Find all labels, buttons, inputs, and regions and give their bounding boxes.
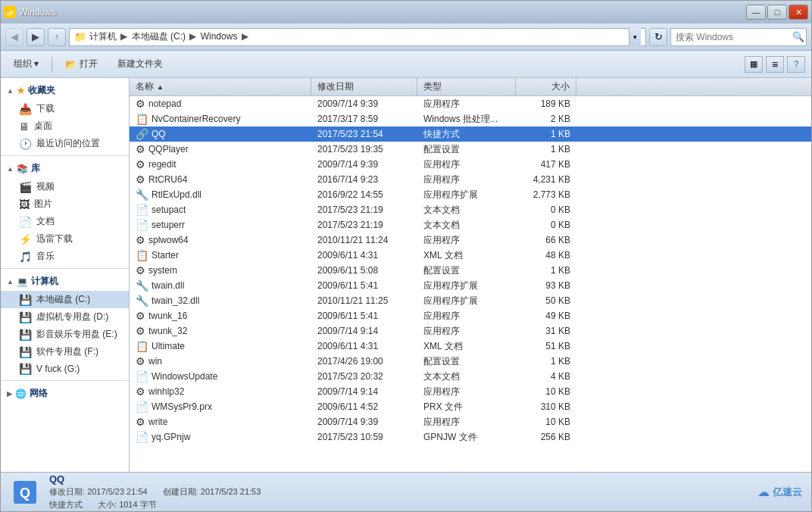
table-row[interactable]: 📋 Ultimate 2009/6/11 4:31 XML 文档 51 KB [130,339,811,354]
refresh-button[interactable]: ↻ [649,28,667,46]
table-row[interactable]: ⚙ system 2009/6/11 5:08 配置设置 1 KB [130,263,811,278]
file-date-cell: 2017/5/23 20:32 [311,369,417,384]
toolbar-right: ▦ ≡ ? [745,56,805,73]
sidebar-item-vfuck-g[interactable]: 💾 V fuck (G:) [1,361,129,377]
address-folder-icon: 📁 [74,31,86,42]
sidebar-item-media-e[interactable]: 💾 影音娱乐专用盘 (E:) [1,326,129,343]
file-name-cell: 📋 Ultimate [130,339,311,354]
file-name-cell: ⚙ QQPlayer [130,142,311,157]
sidebar-header-computer[interactable]: ▲ 💻 计算机 [1,272,129,291]
sidebar-item-image[interactable]: 🖼 图片 [1,195,129,213]
close-button[interactable]: ✕ [789,5,808,20]
table-row[interactable]: 📄 setuperr 2017/5/23 21:19 文本文档 0 KB [130,217,811,233]
help-button[interactable]: ? [787,56,805,73]
table-row[interactable]: ⚙ splwow64 2010/11/21 11:24 应用程序 66 KB [130,233,811,248]
file-size-cell: 50 KB [516,293,576,308]
file-date-cell: 2017/5/23 19:35 [311,142,417,157]
breadcrumb-c-drive[interactable]: 本地磁盘 (C:) [132,31,186,42]
breadcrumb-computer[interactable]: 计算机 [89,31,117,42]
sidebar-item-soft-f[interactable]: 💾 软件专用盘 (F:) [1,343,129,361]
organize-button[interactable]: 组织 ▾ [7,54,45,74]
search-input[interactable] [676,32,789,42]
address-dropdown-button[interactable]: ▾ [629,28,641,46]
status-type: 快捷方式 [49,499,83,510]
title-bar-buttons: — □ ✕ [746,5,808,20]
up-button[interactable]: ↑ [48,28,66,46]
file-icon: ⚙ [136,98,145,110]
table-row[interactable]: 📄 WindowsUpdate 2017/5/23 20:32 文本文档 4 K… [130,369,811,384]
file-size-cell: 10 KB [516,414,576,429]
table-row[interactable]: ⚙ regedit 2009/7/14 9:39 应用程序 417 KB [130,157,811,172]
file-list-scroll[interactable]: ⚙ notepad 2009/7/14 9:39 应用程序 189 KB 📋 N… [130,96,811,472]
sidebar-header-network[interactable]: ▶ 🌐 网络 [1,384,129,403]
file-name-cell: ⚙ winhlp32 [130,384,311,399]
file-icon: 📄 [136,401,148,413]
file-type-cell: 应用程序 [417,233,516,248]
yisu-logo: 亿速云 [773,485,802,499]
table-row[interactable]: 📄 WMSysPr9.prx 2009/6/11 4:52 PRX 文件 310… [130,399,811,414]
view-button[interactable]: ▦ [745,56,763,73]
sidebar-item-music[interactable]: 🎵 音乐 [1,248,129,265]
col-header-name[interactable]: 名称 ▲ [130,78,311,95]
col-header-date[interactable]: 修改日期 [311,78,417,95]
maximize-button[interactable]: □ [767,5,787,20]
table-row[interactable]: 🔗 QQ 2017/5/23 21:54 快捷方式 1 KB [130,126,811,142]
table-row[interactable]: 📄 yq.GPnjw 2017/5/23 10:59 GPNJW 文件 256 … [130,429,811,445]
table-row[interactable]: 📄 setupact 2017/5/23 21:19 文本文档 0 KB [130,202,811,217]
sidebar-item-desktop[interactable]: 🖥 桌面 [1,117,129,135]
minimize-button[interactable]: — [746,5,766,20]
sidebar-item-vm-d[interactable]: 💾 虚拟机专用盘 (D:) [1,308,129,326]
table-row[interactable]: 🔧 RtlExUpd.dll 2016/9/22 14:55 应用程序扩展 2,… [130,187,811,202]
sidebar-item-recent[interactable]: 🕐 最近访问的位置 [1,135,129,152]
view-details-button[interactable]: ≡ [766,56,784,73]
new-folder-button[interactable]: 新建文件夹 [111,54,170,74]
file-list-container: ⚙ notepad 2009/7/14 9:39 应用程序 189 KB 📋 N… [130,96,811,445]
table-row[interactable]: ⚙ QQPlayer 2017/5/23 19:35 配置设置 1 KB [130,142,811,157]
forward-button[interactable]: ▶ [27,28,45,46]
file-size-cell: 310 KB [516,399,576,414]
vfuck-g-icon: 💾 [19,363,32,375]
sidebar-header-library[interactable]: ▲ 📚 库 [1,159,129,178]
file-icon: 🔧 [136,295,148,307]
sidebar-header-favorites[interactable]: ▲ ★ 收藏夹 [1,81,129,100]
table-row[interactable]: ⚙ notepad 2009/7/14 9:39 应用程序 189 KB [130,96,811,111]
col-header-type[interactable]: 类型 [417,78,516,95]
title-bar: 📁 Windows — □ ✕ [1,1,811,23]
table-row[interactable]: 🔧 twain.dll 2009/6/11 5:41 应用程序扩展 93 KB [130,278,811,293]
back-button[interactable]: ◀ [5,28,23,46]
file-type-cell: Windows 批处理... [417,111,516,126]
breadcrumb-windows[interactable]: Windows [201,31,238,42]
file-name-cell: 🔧 RtlExUpd.dll [130,187,311,202]
file-name-cell: ⚙ twunk_16 [130,308,311,323]
sidebar-item-thunder[interactable]: ⚡ 迅雷下载 [1,230,129,248]
search-icon[interactable]: 🔍 [792,31,804,42]
file-date-cell: 2017/3/17 8:59 [311,111,417,126]
sidebar-item-docs[interactable]: 📄 文档 [1,213,129,230]
table-row[interactable]: ⚙ win 2017/4/26 19:00 配置设置 1 KB [130,354,811,369]
address-bar[interactable]: 📁 计算机 ▶ 本地磁盘 (C:) ▶ Windows ▶ ▾ [69,28,646,46]
main-content: ▲ ★ 收藏夹 📥 下载 🖥 桌面 🕐 最近访问的位置 [1,78,811,472]
file-name-cell: 📋 NvContainerRecovery [130,111,311,126]
table-row[interactable]: ⚙ winhlp32 2009/7/14 9:14 应用程序 10 KB [130,384,811,399]
file-type-cell: 应用程序扩展 [417,187,516,202]
table-row[interactable]: ⚙ twunk_16 2009/6/11 5:41 应用程序 49 KB [130,308,811,323]
open-button[interactable]: 📂 打开 [58,54,105,74]
status-filename: QQ [49,473,748,485]
column-headers: 名称 ▲ 修改日期 类型 大小 [130,78,811,96]
file-name-cell: 📄 yq.GPnjw [130,429,311,445]
file-type-cell: 文本文档 [417,369,516,384]
sidebar-item-local-c[interactable]: 💾 本地磁盘 (C:) [1,291,129,308]
col-header-size[interactable]: 大小 [516,78,576,95]
file-name-cell: 📄 setuperr [130,217,311,233]
file-date-cell: 2009/7/14 9:39 [311,414,417,429]
sidebar-item-video[interactable]: 🎬 视频 [1,178,129,195]
table-row[interactable]: 📋 NvContainerRecovery 2017/3/17 8:59 Win… [130,111,811,126]
file-name: twain.dll [151,280,184,291]
table-row[interactable]: ⚙ twunk_32 2009/7/14 9:14 应用程序 31 KB [130,323,811,339]
table-row[interactable]: ⚙ RtCRU64 2016/7/14 9:23 应用程序 4,231 KB [130,172,811,187]
table-row[interactable]: 🔧 twain_32.dll 2010/11/21 11:25 应用程序扩展 5… [130,293,811,308]
sidebar-item-download[interactable]: 📥 下载 [1,100,129,117]
table-row[interactable]: ⚙ write 2009/7/14 9:39 应用程序 10 KB [130,414,811,429]
table-row[interactable]: 📋 Starter 2009/6/11 4:31 XML 文档 48 KB [130,248,811,263]
file-type-cell: 应用程序 [417,308,516,323]
